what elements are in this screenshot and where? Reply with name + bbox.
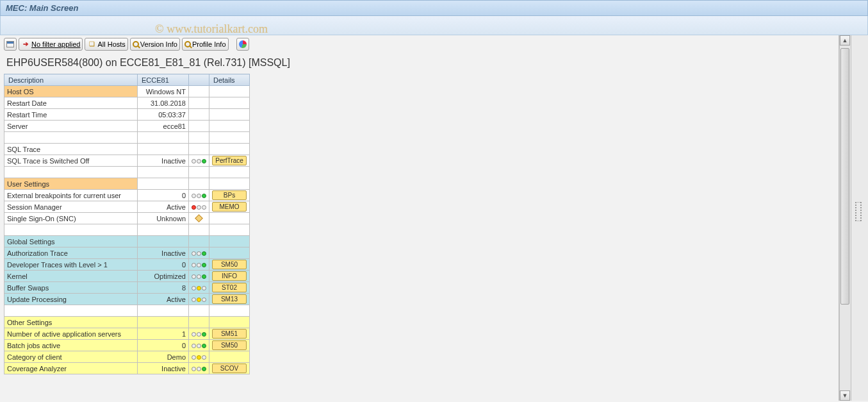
cell-status (189, 109, 209, 121)
cell-details (209, 305, 250, 317)
details-button[interactable]: SM13 (212, 294, 247, 304)
table-row[interactable]: External breakpoints for current user0BP… (4, 190, 250, 201)
lens-icon (184, 41, 191, 47)
table-row[interactable]: KernelOptimizedINFO (4, 271, 250, 282)
table-row[interactable]: Serverecce81 (4, 121, 250, 132)
table-row[interactable]: Developer Traces with Level > 10SM50 (4, 259, 250, 271)
table-row[interactable]: Number of active application servers1SM5… (4, 328, 250, 340)
col-header-value[interactable]: ECCE81 (138, 74, 189, 86)
cell-description: Global Settings (4, 236, 138, 247)
scroll-thumb[interactable] (840, 48, 849, 305)
profile-info-button[interactable]: Profile Info (182, 38, 229, 51)
table-row[interactable] (4, 224, 250, 236)
cell-description: User Settings (4, 178, 138, 190)
details-button[interactable]: SCOV (212, 364, 247, 373)
cell-details (209, 109, 250, 121)
hosts-label: All Hosts (97, 40, 125, 48)
scroll-down-arrow-icon[interactable]: ▼ (840, 390, 850, 401)
table-row[interactable]: Session ManagerActiveMEMO (4, 201, 250, 213)
table-row[interactable] (4, 305, 250, 317)
cell-value (138, 167, 189, 178)
cell-status (189, 224, 209, 236)
scroll-up-arrow-icon[interactable]: ▲ (840, 35, 850, 46)
table-row[interactable]: Coverage AnalyzerInactiveSCOV (4, 363, 250, 374)
details-button[interactable]: SM51 (212, 329, 247, 339)
table-row[interactable]: Other Settings (4, 317, 250, 328)
cell-status (189, 294, 209, 305)
details-button[interactable]: PerfTrace (212, 156, 247, 165)
cell-status (189, 86, 209, 97)
traffic-light-icon (192, 263, 206, 267)
cell-status (189, 340, 209, 351)
cell-description: Restart Date (4, 97, 138, 109)
traffic-light-icon (192, 205, 206, 210)
cell-details: BPs (209, 190, 250, 201)
table-row[interactable]: Restart Date31.08.2018 (4, 97, 250, 109)
page-heading: EHP6USER584(800) on ECCE81_E81_81 (Rel.7… (0, 53, 839, 74)
table-row[interactable]: SQL Trace (4, 144, 250, 155)
cell-description: Kernel (4, 271, 138, 282)
details-button[interactable]: MEMO (212, 202, 247, 212)
cell-status (189, 155, 209, 167)
cell-status (189, 271, 209, 282)
col-header-description[interactable]: Description (4, 74, 138, 86)
filter-label: No filter applied (31, 40, 80, 48)
vertical-scrollbar[interactable]: ▲ ▼ (839, 35, 851, 401)
cell-description: Host OS (4, 86, 138, 97)
cell-description: Developer Traces with Level > 1 (4, 259, 138, 271)
details-button[interactable]: INFO (212, 271, 247, 281)
table-row[interactable]: Update ProcessingActiveSM13 (4, 294, 250, 305)
cell-details (209, 121, 250, 132)
table-row[interactable]: Buffer Swaps8ST02 (4, 282, 250, 294)
cell-status (189, 317, 209, 328)
version-info-button[interactable]: Version Info (130, 38, 180, 51)
cell-details: MEMO (209, 201, 250, 213)
filter-button[interactable]: ➔ No filter applied (19, 38, 83, 51)
col-header-details[interactable]: Details (209, 74, 250, 86)
cell-details: SM13 (209, 294, 250, 305)
cell-status (189, 167, 209, 178)
traffic-light-icon (192, 194, 206, 198)
table-row[interactable]: User Settings (4, 178, 250, 190)
cell-value (138, 144, 189, 155)
cell-value (138, 317, 189, 328)
table-row[interactable] (4, 132, 250, 144)
cell-description: Authorization Trace (4, 247, 138, 259)
cell-description: Server (4, 121, 138, 132)
cell-status (189, 97, 209, 109)
table-row[interactable]: Batch jobs active0SM50 (4, 340, 250, 351)
cell-description: Update Processing (4, 294, 138, 305)
version-label: Version Info (140, 40, 177, 48)
cell-value (138, 178, 189, 190)
table-row[interactable]: Category of clientDemo (4, 351, 250, 363)
details-button[interactable]: SM50 (212, 260, 247, 269)
window-select-button[interactable] (4, 38, 17, 51)
table-row[interactable]: SQL Trace is Switched OffInactivePerfTra… (4, 155, 250, 167)
cell-details (209, 351, 250, 363)
side-panel-handle[interactable] (855, 202, 862, 221)
table-row[interactable]: Global Settings (4, 236, 250, 247)
table-row[interactable]: Authorization TraceInactive (4, 247, 250, 259)
cell-value: 8 (138, 282, 189, 294)
col-header-status[interactable] (189, 74, 209, 86)
traffic-light-icon (192, 297, 206, 302)
cell-details (209, 97, 250, 109)
cell-status (189, 121, 209, 132)
cell-description: Session Manager (4, 201, 138, 213)
traffic-light-icon (192, 159, 206, 163)
cell-value: 05:03:37 (138, 109, 189, 121)
details-button[interactable]: BPs (212, 190, 247, 200)
cell-status (189, 190, 209, 201)
all-hosts-button[interactable]: ❏ All Hosts (85, 38, 127, 51)
table-row[interactable]: Single Sign-On (SNC)Unknown (4, 213, 250, 224)
table-row[interactable] (4, 167, 250, 178)
table-row[interactable]: Host OSWindows NT (4, 86, 250, 97)
details-button[interactable]: SM50 (212, 340, 247, 350)
alv-grid: Description ECCE81 Details Host OSWindow… (4, 74, 250, 374)
cell-details (209, 178, 250, 190)
details-button[interactable]: ST02 (212, 283, 247, 292)
chart-button[interactable] (236, 38, 249, 51)
cell-status (189, 144, 209, 155)
table-row[interactable]: Restart Time05:03:37 (4, 109, 250, 121)
window-icon (6, 41, 14, 47)
